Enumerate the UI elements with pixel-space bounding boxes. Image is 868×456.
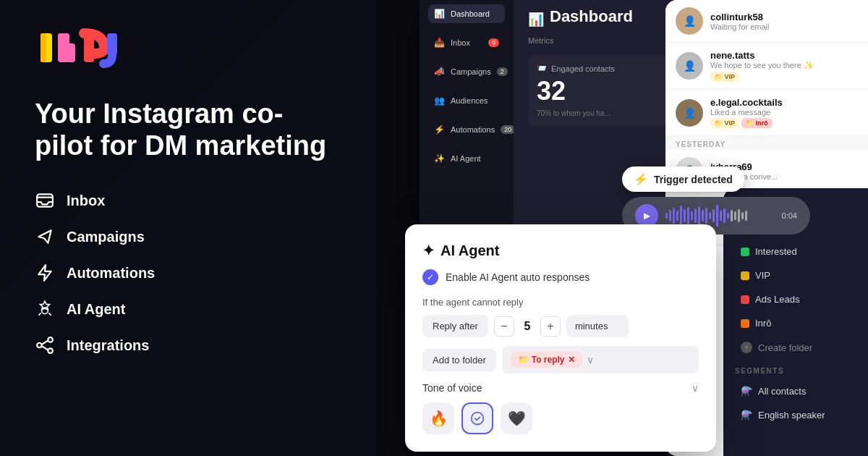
dashboard-sidebar: 📊 Dashboard 📥 Inbox 9 📣 Campaigns 2 👥 Au… xyxy=(420,0,514,253)
trigger-label: Trigger detected xyxy=(654,174,733,185)
left-section: Your Instagram co-pilot for DM marketing… xyxy=(0,0,376,456)
folder-inro[interactable]: Inrō xyxy=(735,313,856,334)
tone-label: Tone of voice xyxy=(422,382,482,394)
tone-icons: 🔥 🖤 xyxy=(422,402,699,434)
sidebar-dashboard-label: Dashboard xyxy=(451,9,490,18)
plus-button[interactable]: + xyxy=(540,316,561,337)
minus-button[interactable]: − xyxy=(494,316,514,337)
filter-icon-2: ⚗️ xyxy=(741,410,752,421)
folder-dot-vip xyxy=(741,271,749,280)
contact-elegal[interactable]: 👤 e.legal.cocktails Liked a message 📁 VI… xyxy=(665,90,868,136)
svg-point-10 xyxy=(48,338,53,343)
campaigns-icon xyxy=(35,227,55,247)
ai-agent-icon xyxy=(35,299,55,319)
headline: Your Instagram co-pilot for DM marketing xyxy=(35,98,339,161)
nav-automations[interactable]: Automations xyxy=(35,263,341,283)
contact-nene-tatts[interactable]: 👤 nene.tatts We hope to see you there ✨ … xyxy=(665,43,868,90)
contact-msg-elegal: Liked a message xyxy=(710,108,858,117)
trigger-icon: ⚡ xyxy=(634,172,648,186)
to-reply-tag: 📁 To reply ✕ xyxy=(511,352,582,368)
folder-dot-ads xyxy=(741,295,749,304)
plus-icon: + xyxy=(741,342,752,353)
tag-inro: 📁 Inrō xyxy=(741,118,773,128)
nav-ai-agent[interactable]: AI Agent xyxy=(35,299,341,319)
contact-info-elegal: e.legal.cocktails Liked a message 📁 VIP … xyxy=(710,97,858,128)
avatar-nene: 👤 xyxy=(676,52,703,80)
sidebar-campaigns-label: Campaigns xyxy=(451,67,491,76)
logo-svg xyxy=(35,26,129,69)
folder-select[interactable]: 📁 To reply ✕ ∨ xyxy=(502,346,699,373)
chevron-icon: ∨ xyxy=(587,354,594,366)
nav-campaigns[interactable]: Campaigns xyxy=(35,227,341,247)
contact-name-nene: nene.tatts xyxy=(710,50,858,61)
contact-name: collinturk58 xyxy=(710,12,858,22)
svg-point-11 xyxy=(48,349,53,354)
tone-selected-indicator xyxy=(461,402,493,434)
folder-ads-label: Ads Leads xyxy=(755,294,799,305)
tone-heart-btn[interactable]: 🖤 xyxy=(501,402,532,434)
sidebar-audiences-label: Audiences xyxy=(451,96,488,105)
nav-inbox[interactable]: Inbox xyxy=(35,190,341,211)
nav-menu: Inbox Campaigns Automations xyxy=(35,190,341,355)
contact-tags-nene: 📁 VIP xyxy=(710,72,858,82)
enable-label: Enable AI Agent auto responses xyxy=(446,271,590,283)
sidebar-inbox-label: Inbox xyxy=(451,38,470,47)
contact-name-elegal: e.legal.cocktails xyxy=(710,97,858,108)
nav-integrations[interactable]: Integrations xyxy=(35,335,341,355)
reply-row: Reply after − 5 + minutes xyxy=(422,315,699,337)
sparkle-icon: ✦ xyxy=(422,242,435,259)
svg-point-12 xyxy=(472,413,484,425)
svg-rect-1 xyxy=(41,33,46,62)
number-value: 5 xyxy=(520,320,535,333)
avatar-elegal: 👤 xyxy=(676,99,703,127)
segment-all-contacts[interactable]: ⚗️ All contacts xyxy=(735,381,856,402)
tone-row: Tone of voice ∨ xyxy=(422,382,699,394)
folder-inro-label: Inrō xyxy=(755,318,771,329)
sidebar-inbox[interactable]: 📥 Inbox 9 xyxy=(428,33,505,52)
audio-time: 0:04 xyxy=(782,211,797,220)
contact-info-collinturk: collinturk58 Waiting for email xyxy=(710,12,858,31)
folder-vip-label: VIP xyxy=(755,270,770,281)
sidebar-dashboard[interactable]: 📊 Dashboard xyxy=(428,4,505,23)
right-area: 📊 Dashboard 📥 Inbox 9 📣 Campaigns 2 👥 Au… xyxy=(376,0,868,456)
tone-chevron-icon: ∨ xyxy=(692,382,699,394)
segment-all-label: All contacts xyxy=(758,386,806,397)
folder-ads-leads[interactable]: Ads Leads xyxy=(735,289,856,310)
tag-vip: 📁 VIP xyxy=(710,72,739,82)
nav-campaigns-label: Campaigns xyxy=(67,229,145,245)
folder-interested-label: Interested xyxy=(755,246,797,257)
create-folder-btn[interactable]: + Create folder xyxy=(735,337,856,358)
sidebar-campaigns[interactable]: 📣 Campaigns 2 xyxy=(428,62,505,81)
nav-automations-label: Automations xyxy=(67,265,155,282)
folder-vip[interactable]: VIP xyxy=(735,265,856,286)
segment-english-label: English speaker xyxy=(758,410,825,421)
folder-interested[interactable]: Interested xyxy=(735,241,856,262)
contact-collinturk58[interactable]: 👤 collinturk58 Waiting for email xyxy=(665,0,868,43)
minutes-select[interactable]: minutes xyxy=(566,315,629,337)
tone-fire-btn[interactable]: 🔥 xyxy=(422,402,454,434)
contact-tags-elegal: 📁 VIP 📁 Inrō xyxy=(710,118,858,128)
logo xyxy=(35,26,341,69)
ai-agent-card: ✦ AI Agent ✓ Enable AI Agent auto respon… xyxy=(405,224,716,452)
segment-english[interactable]: ⚗️ English speaker xyxy=(735,405,856,426)
automations-icon xyxy=(35,263,55,283)
avatar-collinturk58: 👤 xyxy=(676,7,703,35)
add-folder-row: Add to folder 📁 To reply ✕ ∨ xyxy=(422,346,699,373)
segments-section-label: SEGMENTS xyxy=(735,367,856,375)
svg-point-9 xyxy=(37,343,42,348)
folder-dot-inro xyxy=(741,319,749,328)
contact-msg: Waiting for email xyxy=(710,22,858,31)
sidebar-automations[interactable]: ⚡ Automations 20 xyxy=(428,120,505,139)
trigger-bubble: ⚡ Trigger detected xyxy=(622,166,744,192)
create-folder-label: Create folder xyxy=(758,342,812,353)
filter-icon: ⚗️ xyxy=(741,386,752,397)
sidebar-audiences[interactable]: 👥 Audiences xyxy=(428,91,505,110)
add-folder-button[interactable]: Add to folder xyxy=(422,349,496,371)
enable-checkbox[interactable]: ✓ xyxy=(422,269,438,285)
sidebar-ai[interactable]: ✨ AI Agent xyxy=(428,149,505,168)
contact-msg-nene: We hope to see you there ✨ xyxy=(710,61,858,70)
inbox-icon xyxy=(35,190,55,211)
cannot-reply-label: If the agent cannot reply xyxy=(422,297,699,308)
reply-after-button[interactable]: Reply after xyxy=(422,315,488,337)
nav-integrations-label: Integrations xyxy=(67,337,149,354)
